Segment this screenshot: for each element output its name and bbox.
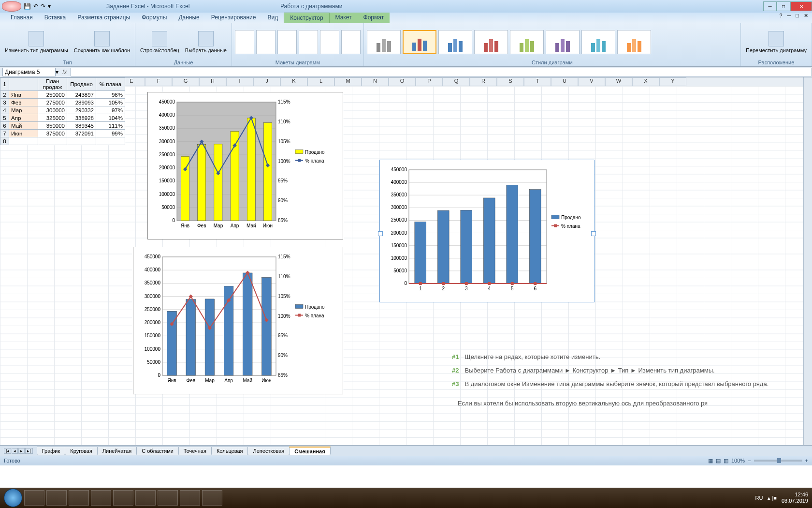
- tray-flag-icon[interactable]: ▴ |■: [768, 495, 777, 501]
- svg-rect-0: [177, 102, 276, 221]
- svg-rect-100: [298, 314, 301, 317]
- window-minimize[interactable]: ─: [763, 1, 777, 11]
- svg-rect-135: [534, 282, 536, 285]
- svg-text:250000: 250000: [145, 307, 161, 312]
- chart-2[interactable]: 0500001000001500002000002500003000003500…: [133, 247, 343, 394]
- save-template-button[interactable]: Сохранить как шаблон: [72, 30, 132, 54]
- svg-text:350000: 350000: [159, 125, 175, 131]
- taskbar-ie-icon[interactable]: [24, 490, 44, 506]
- svg-text:400000: 400000: [391, 179, 407, 185]
- tab-insert[interactable]: Вставка: [39, 13, 72, 23]
- tab-pagelayout[interactable]: Разметка страницы: [72, 13, 136, 23]
- svg-text:3: 3: [465, 286, 468, 291]
- tab-review[interactable]: Рецензирование: [205, 13, 262, 23]
- svg-text:4: 4: [488, 286, 491, 291]
- qat-redo-icon[interactable]: ↷: [41, 3, 45, 10]
- svg-text:150000: 150000: [159, 178, 175, 183]
- tab-formulas[interactable]: Формулы: [136, 13, 173, 23]
- namebox-dropdown-icon[interactable]: ▾: [56, 69, 58, 75]
- chart-1[interactable]: 0500001000001500002000002500003000003500…: [147, 92, 343, 239]
- tab-data[interactable]: Данные: [173, 13, 205, 23]
- qat-save-icon[interactable]: 💾: [24, 3, 31, 10]
- group-type: Тип: [3, 60, 132, 65]
- tab-format[interactable]: Формат: [358, 13, 390, 23]
- taskbar-chrome-icon[interactable]: [91, 490, 111, 506]
- tab-home[interactable]: Главная: [5, 13, 39, 23]
- help-icon[interactable]: ?: [777, 13, 784, 19]
- group-data: Данные: [138, 60, 229, 65]
- sheet-tab[interactable]: С областями: [136, 447, 179, 455]
- view-break-icon[interactable]: ▥: [724, 458, 728, 464]
- status-text: Готово: [4, 458, 20, 463]
- tab-nav-first[interactable]: |◂: [4, 448, 11, 454]
- sheet-tab[interactable]: График: [37, 447, 66, 455]
- svg-rect-29: [198, 145, 206, 221]
- qat-dropdown-icon[interactable]: ▾: [48, 3, 51, 10]
- select-data-button[interactable]: Выбрать данные: [183, 30, 229, 54]
- start-button[interactable]: [4, 489, 22, 507]
- view-layout-icon[interactable]: ▤: [716, 458, 721, 464]
- qat-undo-icon[interactable]: ↶: [33, 3, 38, 10]
- zoom-out[interactable]: −: [748, 458, 751, 463]
- svg-rect-126: [483, 198, 495, 284]
- office-button[interactable]: [2, 1, 21, 12]
- tab-layout[interactable]: Макет: [330, 13, 358, 23]
- zoom-level[interactable]: 100%: [731, 458, 745, 463]
- fx-icon[interactable]: fх: [62, 69, 67, 75]
- chart-3-selected[interactable]: 0500001000001500002000002500003000003500…: [379, 160, 594, 302]
- change-chart-type-button[interactable]: Изменить тип диаграммы: [3, 30, 70, 54]
- window-maximize[interactable]: □: [777, 1, 790, 11]
- tab-nav-last[interactable]: ▸|: [25, 448, 32, 454]
- svg-rect-134: [511, 282, 514, 285]
- windows-taskbar: RU ▴ |■ 12:4603.07.2019: [0, 488, 812, 508]
- taskbar-media-icon[interactable]: [113, 490, 133, 506]
- svg-text:350000: 350000: [145, 280, 161, 285]
- zoom-in[interactable]: +: [805, 458, 808, 463]
- data-table[interactable]: 1План продажПродано% плана2Янв2500002438…: [0, 77, 125, 145]
- sheet-tab[interactable]: Лепестковая: [247, 447, 290, 455]
- svg-rect-133: [488, 282, 491, 285]
- svg-rect-102: [409, 170, 547, 284]
- tab-nav-prev[interactable]: ◂: [12, 448, 18, 454]
- doc-restore[interactable]: □: [794, 13, 801, 19]
- svg-text:Июн: Июн: [263, 223, 273, 228]
- formula-bar[interactable]: [71, 68, 812, 76]
- move-chart-button[interactable]: Переместить диаграмму: [744, 30, 809, 54]
- svg-text:150000: 150000: [145, 333, 161, 338]
- doc-close[interactable]: ✕: [802, 13, 810, 19]
- svg-text:Фев: Фев: [197, 223, 206, 228]
- group-styles: Стили диаграмм: [367, 60, 738, 65]
- tray-clock[interactable]: 12:4603.07.2019: [782, 492, 808, 504]
- doc-minimize[interactable]: ─: [785, 13, 793, 19]
- chart-layouts-gallery[interactable]: [235, 25, 361, 60]
- sheet-tab[interactable]: Кольцевая: [211, 447, 248, 455]
- zoom-slider[interactable]: [754, 460, 802, 462]
- taskbar-app-icon[interactable]: [69, 490, 89, 506]
- switch-row-col-button[interactable]: Строка/столбец: [138, 30, 181, 54]
- taskbar-explorer-icon[interactable]: [46, 490, 67, 506]
- taskbar-magnifier-icon[interactable]: [202, 490, 222, 506]
- tray-lang[interactable]: RU: [755, 495, 763, 501]
- sheet-tab[interactable]: Смешанная: [289, 447, 330, 455]
- tab-nav-next[interactable]: ▸: [18, 448, 25, 454]
- sheet-tab[interactable]: Круговая: [65, 447, 98, 455]
- vertical-scrollbar[interactable]: [803, 77, 812, 445]
- svg-text:Фев: Фев: [187, 378, 195, 383]
- svg-text:100%: 100%: [278, 159, 290, 164]
- window-close[interactable]: ✕: [790, 1, 812, 11]
- svg-text:% плана: % плана: [561, 224, 580, 229]
- tab-design[interactable]: Конструктор: [284, 13, 329, 23]
- svg-text:Май: Май: [246, 223, 256, 228]
- chart-styles-gallery[interactable]: [367, 25, 738, 60]
- sheet-tab[interactable]: Точечная: [178, 447, 212, 455]
- view-normal-icon[interactable]: ▦: [708, 458, 713, 464]
- svg-text:300000: 300000: [159, 139, 175, 144]
- taskbar-excel-icon[interactable]: [158, 490, 178, 506]
- sheet-tab[interactable]: Линейчатая: [97, 447, 137, 455]
- taskbar-word-icon[interactable]: [180, 490, 200, 506]
- tab-view[interactable]: Вид: [261, 13, 284, 23]
- name-box[interactable]: Диаграмма 5: [2, 68, 56, 76]
- svg-rect-124: [437, 210, 449, 284]
- svg-text:400000: 400000: [145, 267, 161, 272]
- taskbar-sketchup-icon[interactable]: [135, 490, 156, 506]
